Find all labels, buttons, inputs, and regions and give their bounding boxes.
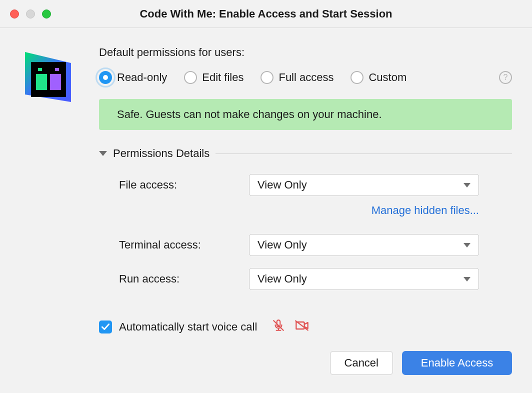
voice-call-label: Automatically start voice call xyxy=(119,320,257,334)
help-icon[interactable]: ? xyxy=(499,71,512,84)
window-controls xyxy=(10,10,51,18)
camera-off-icon[interactable] xyxy=(295,319,309,335)
cancel-button[interactable]: Cancel xyxy=(330,351,393,375)
permissions-heading: Default permissions for users: xyxy=(99,46,512,59)
code-with-me-icon xyxy=(20,52,76,108)
svg-rect-4 xyxy=(50,74,61,90)
manage-link-row: Manage hidden files... xyxy=(99,204,479,217)
divider xyxy=(216,154,512,154)
terminal-access-row: Terminal access: View Only xyxy=(99,234,512,256)
radio-label: Full access xyxy=(278,71,334,84)
file-access-row: File access: View Only xyxy=(99,174,512,196)
radio-icon xyxy=(260,71,274,84)
maximize-window-icon[interactable] xyxy=(42,10,51,18)
chevron-down-icon xyxy=(464,183,470,188)
icon-column xyxy=(20,46,76,375)
svg-rect-2 xyxy=(36,74,47,90)
voice-call-row: Automatically start voice call xyxy=(99,319,512,335)
dialog-buttons: Cancel Enable Access xyxy=(99,351,512,375)
window-title: Code With Me: Enable Access and Start Se… xyxy=(10,8,522,20)
svg-rect-3 xyxy=(38,68,42,71)
radio-icon xyxy=(184,71,197,84)
terminal-access-label: Terminal access: xyxy=(119,238,249,252)
dropdown-value: View Only xyxy=(258,238,307,252)
radio-icon xyxy=(99,71,112,84)
run-access-row: Run access: View Only xyxy=(99,268,512,290)
radio-icon xyxy=(350,71,364,84)
radio-edit-files[interactable]: Edit files xyxy=(184,71,244,84)
run-access-dropdown[interactable]: View Only xyxy=(249,268,479,290)
radio-label: Edit files xyxy=(202,71,244,84)
radio-label: Custom xyxy=(368,71,406,84)
voice-call-checkbox[interactable] xyxy=(99,320,112,334)
radio-custom[interactable]: Custom xyxy=(350,71,406,84)
enable-access-button[interactable]: Enable Access xyxy=(402,351,512,375)
main-column: Default permissions for users: Read-only… xyxy=(99,46,512,375)
details-header: Permissions Details xyxy=(99,147,512,160)
microphone-muted-icon[interactable] xyxy=(272,319,285,335)
titlebar: Code With Me: Enable Access and Start Se… xyxy=(0,0,532,28)
dropdown-value: View Only xyxy=(258,272,307,286)
radio-full-access[interactable]: Full access xyxy=(260,71,334,84)
run-access-label: Run access: xyxy=(119,272,249,286)
manage-hidden-files-link[interactable]: Manage hidden files... xyxy=(372,204,479,217)
terminal-access-dropdown[interactable]: View Only xyxy=(249,234,479,256)
radio-read-only[interactable]: Read-only xyxy=(99,71,167,84)
dialog-content: Default permissions for users: Read-only… xyxy=(0,28,532,387)
chevron-down-icon xyxy=(464,243,470,248)
dropdown-value: View Only xyxy=(258,178,307,192)
radio-label: Read-only xyxy=(117,71,167,84)
call-status-icons xyxy=(272,319,309,335)
chevron-down-icon xyxy=(464,277,470,282)
close-window-icon[interactable] xyxy=(10,10,19,18)
disclosure-triangle-icon[interactable] xyxy=(99,151,107,156)
safety-banner: Safe. Guests can not make changes on you… xyxy=(99,99,512,130)
permission-radios: Read-only Edit files Full access Custom … xyxy=(99,71,512,84)
svg-rect-5 xyxy=(55,68,59,71)
minimize-window-icon xyxy=(26,10,35,18)
details-title: Permissions Details xyxy=(113,147,210,160)
file-access-label: File access: xyxy=(119,178,249,192)
file-access-dropdown[interactable]: View Only xyxy=(249,174,479,196)
